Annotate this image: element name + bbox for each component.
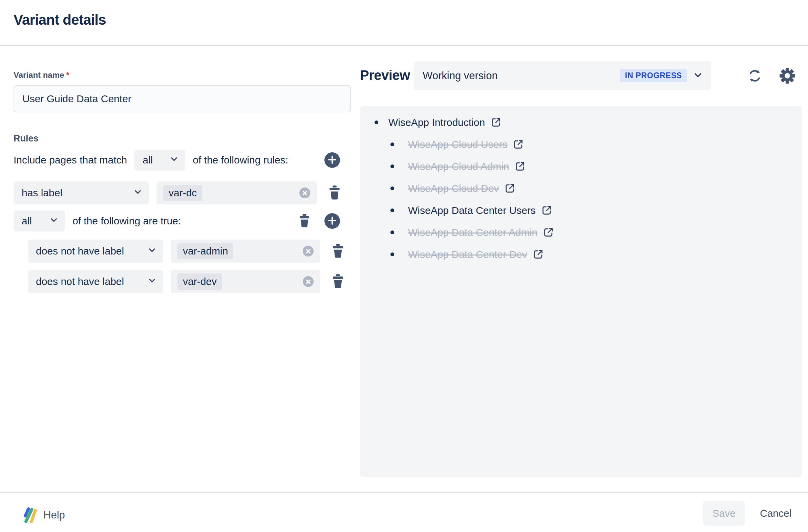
rule-operator-select[interactable]: does not have label bbox=[28, 270, 163, 293]
version-selector[interactable]: Working version IN PROGRESS bbox=[414, 61, 711, 90]
bullet-icon bbox=[390, 165, 394, 168]
version-label: Working version bbox=[423, 70, 498, 82]
page-item: WiseApp Data Center Admin bbox=[360, 221, 802, 243]
k15t-logo-icon bbox=[20, 506, 37, 525]
page-title: Variant details bbox=[14, 12, 106, 28]
bullet-icon bbox=[374, 120, 378, 124]
trash-icon bbox=[328, 185, 341, 201]
match-suffix: of the following rules: bbox=[193, 154, 288, 166]
rule-group-row: all of the following are true: bbox=[14, 210, 351, 231]
external-link-icon[interactable] bbox=[543, 227, 554, 238]
chevron-down-icon bbox=[50, 215, 58, 227]
label-chip: var-admin bbox=[178, 243, 233, 259]
rule-value-field[interactable]: var-dev bbox=[171, 270, 320, 293]
header-divider bbox=[0, 45, 808, 46]
group-suffix: of the following are true: bbox=[72, 215, 181, 227]
group-mode-select[interactable]: all bbox=[14, 210, 65, 231]
chevron-down-icon bbox=[148, 276, 157, 287]
page-tree: WiseApp Introduction WiseApp Cloud Users… bbox=[360, 106, 802, 265]
clear-value-button[interactable] bbox=[303, 276, 314, 287]
page-item: WiseApp Introduction bbox=[360, 111, 802, 133]
add-rule-button[interactable] bbox=[325, 152, 340, 168]
rule-operator-select[interactable]: has label bbox=[14, 182, 149, 204]
external-link-icon[interactable] bbox=[490, 117, 501, 128]
trash-icon bbox=[331, 243, 345, 259]
bullet-icon bbox=[390, 252, 394, 256]
label-chip: var-dc bbox=[163, 185, 202, 201]
bullet-icon bbox=[390, 230, 394, 234]
rule-row: does not have label var-admin bbox=[28, 240, 351, 263]
rule-value-field[interactable]: var-dc bbox=[157, 182, 317, 204]
variant-details-dialog: Variant details Variant name* Rules Incl… bbox=[0, 0, 808, 532]
external-link-icon[interactable] bbox=[513, 139, 524, 150]
variant-name-label: Variant name* bbox=[14, 70, 69, 80]
cancel-button[interactable]: Cancel bbox=[755, 501, 796, 526]
external-link-icon[interactable] bbox=[504, 183, 515, 194]
preview-settings-button[interactable] bbox=[779, 67, 796, 85]
label-chip: var-dev bbox=[178, 273, 222, 290]
plus-icon bbox=[328, 155, 337, 166]
rule-row: does not have label var-dev bbox=[28, 270, 351, 293]
trash-icon bbox=[331, 274, 345, 290]
page-item: WiseApp Data Center Dev bbox=[360, 243, 802, 265]
bullet-icon bbox=[390, 142, 394, 146]
match-mode-select[interactable]: all bbox=[134, 150, 185, 171]
x-icon bbox=[306, 279, 311, 284]
variant-name-input[interactable] bbox=[14, 85, 351, 112]
preview-heading: Preview bbox=[360, 68, 410, 83]
page-item: WiseApp Cloud Users bbox=[360, 133, 802, 155]
gear-icon bbox=[779, 67, 796, 85]
bullet-icon bbox=[390, 208, 394, 212]
help-link[interactable]: Help bbox=[20, 506, 65, 525]
add-group-rule-button[interactable] bbox=[325, 213, 340, 229]
rules-heading: Rules bbox=[14, 133, 39, 144]
footer-divider bbox=[0, 492, 808, 493]
trash-icon bbox=[298, 213, 311, 229]
sync-icon bbox=[747, 68, 763, 84]
help-label: Help bbox=[43, 509, 65, 521]
plus-icon bbox=[328, 216, 337, 226]
x-icon bbox=[306, 249, 311, 254]
delete-rule-button[interactable] bbox=[331, 243, 345, 259]
chevron-down-icon bbox=[148, 245, 157, 257]
rule-value-field[interactable]: var-admin bbox=[171, 240, 320, 263]
chevron-down-icon bbox=[133, 187, 142, 199]
rule-operator-select[interactable]: does not have label bbox=[28, 240, 163, 263]
rules-match-row: Include pages that match all of the foll… bbox=[14, 150, 351, 171]
delete-rule-button[interactable] bbox=[331, 274, 345, 290]
delete-group-button[interactable] bbox=[298, 213, 311, 229]
clear-value-button[interactable] bbox=[303, 246, 314, 256]
page-item: WiseApp Data Center Users bbox=[360, 200, 802, 221]
external-link-icon[interactable] bbox=[541, 205, 552, 216]
required-asterisk: * bbox=[66, 70, 69, 79]
status-badge: IN PROGRESS bbox=[620, 69, 687, 82]
external-link-icon[interactable] bbox=[514, 161, 526, 172]
save-button[interactable]: Save bbox=[703, 501, 745, 526]
x-icon bbox=[302, 191, 308, 196]
chevron-down-icon bbox=[170, 154, 179, 166]
refresh-preview-button[interactable] bbox=[747, 68, 763, 84]
delete-rule-button[interactable] bbox=[328, 185, 341, 201]
external-link-icon[interactable] bbox=[533, 249, 544, 260]
rule-row: has label var-dc bbox=[14, 182, 351, 204]
chevron-down-icon bbox=[693, 70, 703, 81]
match-prefix: Include pages that match bbox=[14, 154, 127, 166]
preview-panel: WiseApp Introduction WiseApp Cloud Users… bbox=[360, 106, 802, 477]
bullet-icon bbox=[390, 187, 394, 190]
page-item: WiseApp Cloud Admin bbox=[360, 155, 802, 177]
page-item: WiseApp Cloud Dev bbox=[360, 177, 802, 200]
clear-value-button[interactable] bbox=[299, 188, 310, 198]
